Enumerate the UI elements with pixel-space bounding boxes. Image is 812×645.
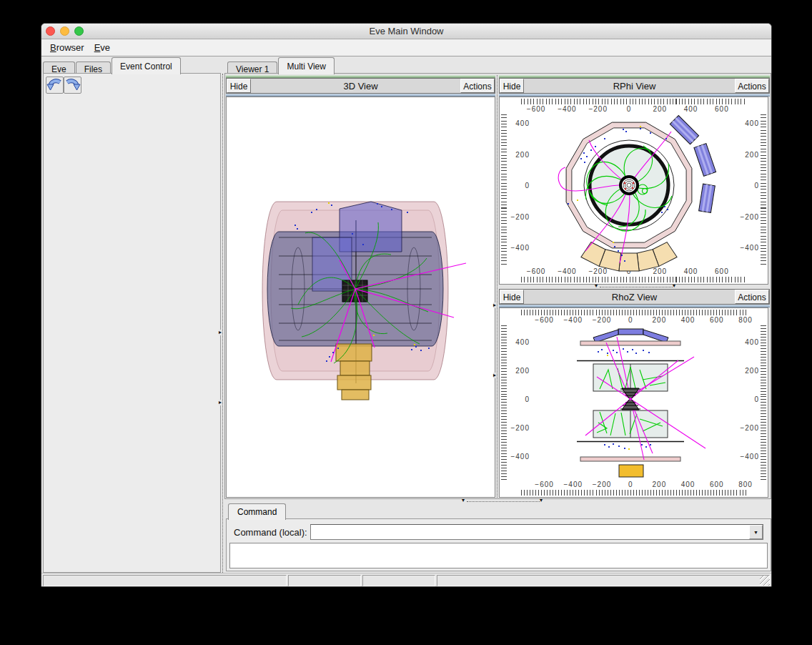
- command-panel: Command (local): ▼: [226, 518, 771, 571]
- rhoz-viewport[interactable]: −600−400−2000200400600800 −600−400−20002…: [499, 307, 768, 498]
- rhoz-title: RhoZ View: [500, 292, 769, 302]
- status-section-3: [362, 575, 435, 586]
- splitter-track: [600, 287, 673, 287]
- rphi-actions-button[interactable]: Actions: [735, 79, 769, 93]
- command-splitter[interactable]: ▾ ▾: [224, 499, 771, 503]
- splitter-collapse-icon[interactable]: ▾: [673, 283, 675, 289]
- command-combobox[interactable]: ▼: [310, 524, 763, 540]
- splitter-collapse-icon[interactable]: ▸: [219, 330, 222, 335]
- title-bar[interactable]: Eve Main Window: [41, 24, 771, 39]
- rphi-detector-graphic: [500, 97, 768, 284]
- view3d-header: Hide 3D View Actions: [226, 78, 495, 94]
- rphi-title: RPhi View: [500, 81, 769, 92]
- tab-command[interactable]: Command: [228, 503, 286, 520]
- tab-multi-view[interactable]: Multi View: [278, 57, 334, 74]
- rhoz-actions-button[interactable]: Actions: [735, 290, 769, 304]
- splitter-track: [222, 74, 223, 573]
- status-section-4: [437, 575, 770, 586]
- tab-event-control[interactable]: Event Control: [112, 57, 181, 74]
- command-local-label: Command (local):: [234, 527, 307, 538]
- menu-bar: BrowserEve: [41, 39, 771, 56]
- eve-main-window: Eve Main Window BrowserEve EveFilesEvent…: [41, 23, 772, 587]
- splitter-collapse-icon[interactable]: ▾: [540, 498, 543, 503]
- rhoz-detector-graphic: [500, 308, 768, 497]
- splitter-track: [467, 501, 540, 502]
- view3d-viewport[interactable]: [226, 97, 495, 498]
- status-section-1: [43, 575, 287, 586]
- status-section-2: [288, 575, 361, 586]
- detector-3d-graphic: [227, 97, 495, 497]
- splitter-collapse-icon[interactable]: ▸: [219, 400, 222, 405]
- undo-arrow-icon: [46, 77, 63, 93]
- window-title: Eve Main Window: [41, 26, 771, 36]
- left-tab-strip: EveFilesEvent Control: [43, 56, 222, 74]
- menu-item-eve[interactable]: Eve: [89, 39, 115, 53]
- splitter-collapse-icon[interactable]: ▾: [462, 498, 465, 503]
- rhoz-header: Hide RhoZ View Actions: [499, 289, 770, 305]
- command-input[interactable]: [312, 526, 748, 538]
- status-bar: [41, 573, 771, 587]
- redo-arrow-icon: [64, 77, 81, 93]
- rphi-header: Hide RPhi View Actions: [499, 78, 770, 94]
- viewer-tab-strip: Viewer 1Multi View: [227, 56, 513, 74]
- command-output[interactable]: [229, 543, 768, 568]
- command-dropdown-button[interactable]: ▼: [749, 525, 763, 539]
- menu-item-browser[interactable]: Browser: [45, 39, 89, 53]
- previous-event-button[interactable]: [46, 77, 64, 94]
- splitter-collapse-icon[interactable]: ▾: [595, 283, 598, 289]
- view3d-title: 3D View: [227, 81, 495, 92]
- event-control-panel: [43, 73, 221, 573]
- view3d-actions-button[interactable]: Actions: [460, 79, 495, 93]
- splitter-collapse-icon[interactable]: ▸: [493, 373, 496, 378]
- splitter-track: [497, 75, 497, 498]
- splitter-collapse-icon[interactable]: ▸: [493, 302, 496, 308]
- resize-grip-icon[interactable]: [760, 576, 770, 586]
- next-event-button[interactable]: [64, 77, 81, 94]
- rphi-viewport[interactable]: −600−400−2000200400600 −600−400−20002004…: [499, 97, 768, 285]
- dropdown-arrow-icon: ▼: [753, 530, 758, 535]
